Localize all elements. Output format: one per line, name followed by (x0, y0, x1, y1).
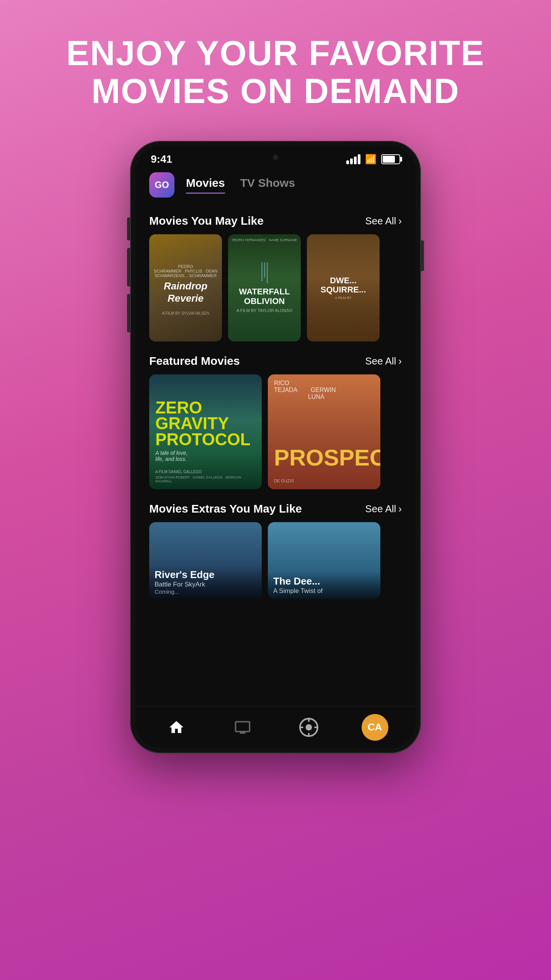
squirrel-title: DWE...SQUIRRE... (321, 276, 366, 294)
tab-tvshows[interactable]: TV Shows (240, 176, 295, 194)
zero-subtitle: A tale of love,life, and loss. (155, 450, 256, 462)
section-header-youmaylike: Movies You May Like See All › (135, 205, 416, 234)
river-subtitle: Battle For SkyArk (155, 581, 256, 588)
movie-card-squirrel[interactable]: DWE...SQUIRRE... A FILM BY (307, 234, 380, 341)
movies-icon (299, 718, 318, 737)
bottom-nav: CA (135, 706, 416, 748)
waterfall-director: A FILM BY TAYLOR ALONSO (234, 307, 295, 314)
waterfall-title: Waterfall Oblivion (228, 287, 301, 305)
app-logo: GO (149, 172, 174, 198)
volume-up-button (127, 248, 130, 286)
river-label2: Coming... (155, 588, 256, 595)
section-title-featured: Featured Movies (149, 354, 240, 368)
hero-line2: MOVIES ON DEMAND (66, 72, 484, 110)
chevron-right-icon-3: › (398, 503, 402, 515)
home-icon (168, 719, 185, 736)
tab-movies[interactable]: Movies (186, 176, 225, 194)
see-all-featured[interactable]: See All › (365, 355, 402, 367)
bottom-nav-profile[interactable]: CA (360, 712, 390, 743)
zero-title: ZERO GRAVITY PROTOCOL (155, 400, 256, 448)
movie-card-prospect[interactable]: RICOTEJADA GERWIN LUNA PROSPECT DE GUZIS (268, 374, 380, 489)
time-display: 9:41 (151, 153, 172, 165)
hero-line1: ENJOY YOUR FAVORITE (66, 34, 484, 72)
tv-icon (234, 719, 251, 736)
bottom-nav-home[interactable] (161, 712, 192, 743)
extra-card-dee[interactable]: The Dee... A Simple Twist of (268, 522, 380, 599)
section-title-youmaylike: Movies You May Like (149, 214, 264, 227)
top-nav: GO Movies TV Shows (135, 168, 416, 205)
wifi-icon: 📶 (365, 154, 377, 165)
chevron-right-icon: › (398, 215, 402, 227)
phone-device: 9:41 📶 GO Movies TV Shows (130, 141, 421, 753)
main-content: Movies You May Like See All › PEDROSCHRA… (135, 205, 416, 706)
chevron-right-icon-2: › (398, 355, 402, 367)
river-title: River's Edge (155, 569, 256, 581)
prospect-title: PROSPECT (268, 441, 380, 479)
see-all-extras[interactable]: See All › (365, 503, 402, 515)
extra-card-river[interactable]: River's Edge Battle For SkyArk Coming... (149, 522, 262, 599)
raindrop-title: Raindrop Reverie (153, 280, 218, 304)
featured-movies-row: ZERO GRAVITY PROTOCOL A tale of love,lif… (135, 374, 416, 489)
section-header-extras: Movies Extras You May Like See All › (135, 493, 416, 522)
front-camera (273, 155, 278, 160)
power-button (421, 240, 424, 271)
movie-card-zero-gravity[interactable]: ZERO GRAVITY PROTOCOL A tale of love,lif… (149, 374, 262, 489)
movie-card-waterfall[interactable]: PEDRO FERNANDEZ NAME SURNAME Waterfall O… (228, 234, 301, 341)
signal-icon (346, 154, 360, 164)
bottom-nav-movies[interactable] (293, 712, 324, 743)
section-header-featured: Featured Movies See All › (135, 345, 416, 374)
see-all-youmaylike[interactable]: See All › (365, 215, 402, 227)
movie-card-raindrop[interactable]: PEDROSCHRAMMER PHYLLIS DEANSCHWARZENS...… (149, 234, 222, 341)
battery-icon (381, 154, 400, 164)
volume-down-button (127, 294, 130, 332)
hero-text: ENJOY YOUR FAVORITE MOVIES ON DEMAND (36, 34, 515, 110)
movies-youmaylike-row: PEDROSCHRAMMER PHYLLIS DEANSCHWARZENS...… (135, 234, 416, 341)
dee-subtitle: A Simple Twist of (273, 587, 375, 595)
svg-point-1 (305, 724, 312, 730)
extras-row: River's Edge Battle For SkyArk Coming...… (135, 522, 416, 599)
silent-button (127, 217, 130, 240)
dee-title: The Dee... (273, 575, 375, 587)
nav-tabs: Movies TV Shows (186, 176, 295, 194)
status-icons: 📶 (346, 154, 400, 165)
profile-avatar: CA (362, 714, 388, 741)
bottom-nav-tv[interactable] (227, 712, 258, 743)
section-title-extras: Movies Extras You May Like (149, 502, 302, 515)
